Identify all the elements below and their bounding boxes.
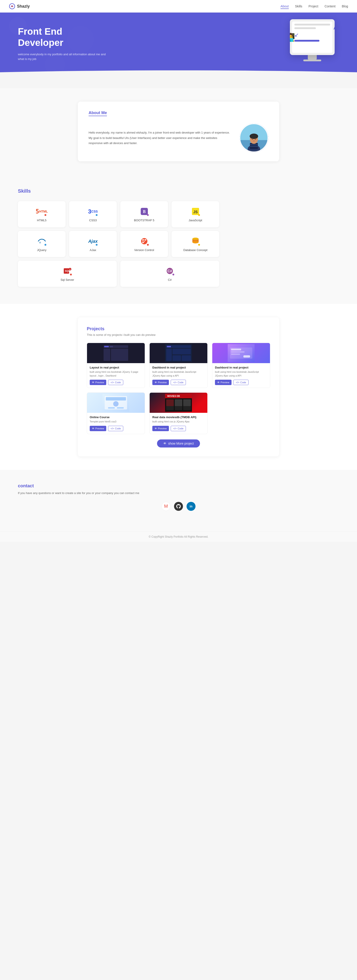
project-thumb-svg-1 [102, 344, 129, 362]
project-code-btn-1[interactable]: </> Code [108, 380, 123, 385]
hero-wave [0, 70, 357, 88]
contact-icons: M in [18, 502, 339, 511]
project-btns-4: 👁 Preview </> Code [90, 426, 142, 431]
project-btns-3: 👁 Preview </> Code [215, 380, 267, 385]
svg-rect-54 [231, 348, 241, 350]
svg-rect-55 [231, 351, 244, 353]
nav-item-skills[interactable]: Skills [295, 5, 302, 8]
csharp-dot [173, 274, 174, 275]
code-icon-3: </> [236, 381, 240, 384]
project-thumb-svg-5: MOVIES DB [165, 394, 192, 412]
svg-text:MOVIES DB: MOVIES DB [167, 395, 180, 398]
bootstrap-svg: B [141, 208, 148, 215]
bootstrap-icon: B [140, 207, 149, 216]
project-desc-2: built using html css bootstrab JavaScrip… [152, 370, 205, 377]
hero-title: Front End Developer [18, 26, 112, 49]
database-icon [190, 236, 200, 246]
show-more-wrap: 👁 show More project [87, 439, 270, 447]
css3-dot [96, 214, 98, 216]
code-icon: </> [111, 381, 114, 384]
project-preview-btn-1[interactable]: 👁 Preview [90, 380, 106, 385]
svg-point-13 [252, 139, 253, 139]
github-link[interactable] [174, 502, 183, 511]
html5-dot [44, 214, 46, 216]
monitor-line-2 [294, 27, 316, 29]
project-info-1: Layout in real project built using html … [87, 363, 145, 388]
linkedin-link[interactable]: in [187, 502, 195, 511]
project-preview-btn-4[interactable]: 👁 Preview [90, 426, 106, 431]
skills-title: Skills [18, 188, 339, 194]
skill-jquery: JQuery [18, 231, 65, 257]
skill-bootstrap-label: BOOTSTRAP 5 [134, 219, 154, 222]
project-btns-2: 👁 Preview </> Code [152, 380, 205, 385]
project-thumb-svg-3 [228, 344, 255, 362]
skill-csharp-label: C# [168, 278, 172, 282]
monitor-arrow-icon: ↙ [294, 32, 299, 38]
nav-logo[interactable]: Shazly [9, 3, 30, 10]
show-more-button[interactable]: 👁 show More project [157, 439, 200, 447]
svg-point-23 [145, 239, 146, 240]
project-card-1: Layout in real project built using html … [87, 343, 145, 388]
svg-text:B: B [143, 209, 145, 214]
nav-item-about[interactable]: About [281, 5, 289, 9]
project-thumb-svg-2 [165, 344, 192, 362]
code-tag: A [333, 26, 335, 31]
project-preview-btn-5[interactable]: 👁 Preview [152, 426, 169, 431]
svg-rect-71 [175, 399, 182, 406]
project-preview-btn-2[interactable]: 👁 Preview [152, 380, 169, 385]
nav-item-project[interactable]: Project [308, 5, 318, 8]
skill-sql-label: Sql Server [60, 278, 74, 282]
git-dot [147, 244, 149, 246]
nav-item-blog[interactable]: Blog [342, 5, 348, 8]
ajax-icon: Ajax [88, 236, 98, 246]
svg-rect-42 [111, 348, 128, 361]
nav-item-content[interactable]: Content [325, 5, 336, 8]
project-code-btn-5[interactable]: </> Code [171, 426, 186, 431]
jquery-icon [37, 236, 47, 246]
footer-text: © CopyRight Shazly Portfolio All Rights … [149, 535, 208, 538]
projects-grid: Layout in real project built using html … [87, 343, 270, 434]
svg-point-20 [39, 242, 41, 243]
git-icon [140, 236, 149, 246]
ajax-dot [96, 244, 98, 246]
project-btns-5: 👁 Preview </> Code [152, 426, 205, 431]
project-code-btn-2[interactable]: </> Code [171, 380, 186, 385]
contact-text: If you have any questions or want to cre… [18, 491, 339, 496]
project-desc-3: built using html css bootstrab JavaScrip… [215, 370, 267, 377]
svg-rect-70 [166, 399, 174, 406]
skill-css3-label: CSS3 [89, 219, 97, 222]
linkedin-icon: in [190, 504, 192, 508]
gmail-link[interactable]: M [162, 502, 170, 511]
project-desc-5: built using html css js JQuery Ajax [152, 420, 205, 423]
project-btns-1: 👁 Preview </> Code [90, 380, 142, 385]
skill-ajax-label: AJax [90, 248, 96, 252]
skill-vc-label: Version Control [134, 248, 154, 252]
skill-database: Database Concept [171, 231, 219, 257]
css3-icon: 3 CSS [88, 207, 98, 216]
project-name-2: Dashbord in real project [152, 366, 205, 369]
project-info-5: Real data moviesdb (TMDB API) built usin… [150, 413, 207, 434]
skill-versioncontrol: Version Control [121, 231, 168, 257]
project-info-2: Dashbord in real project built using htm… [150, 363, 207, 388]
svg-point-32 [192, 240, 198, 242]
about-section: About Me Hello everybody, my name is ahm… [0, 88, 357, 175]
project-name-3: Dashbord in real project [215, 366, 267, 369]
svg-rect-44 [109, 346, 113, 347]
sql-icon: SQL S [62, 266, 72, 276]
project-preview-btn-3[interactable]: 👁 Preview [215, 380, 232, 385]
hero-subtitle: welcome everybody in my portfolio and al… [18, 52, 112, 62]
database-svg [192, 237, 199, 245]
project-code-btn-3[interactable]: </> Code [233, 380, 249, 385]
svg-rect-60 [106, 397, 126, 401]
svg-text:C#: C# [168, 269, 172, 273]
hero-content: Front End Developer welcome everybody in… [18, 26, 112, 61]
show-more-icon: 👁 [163, 442, 167, 445]
skills-row-3: SQL S Sql Server C# C# [18, 261, 219, 287]
eye-icon: 👁 [92, 381, 94, 384]
project-code-btn-4[interactable]: </> Code [108, 426, 123, 431]
projects-section: Projects This is some of my projects i b… [0, 304, 357, 470]
svg-rect-41 [103, 348, 110, 361]
code-icon-2: </> [173, 381, 177, 384]
svg-rect-49 [173, 355, 181, 361]
eye-icon-2: 👁 [155, 381, 157, 384]
